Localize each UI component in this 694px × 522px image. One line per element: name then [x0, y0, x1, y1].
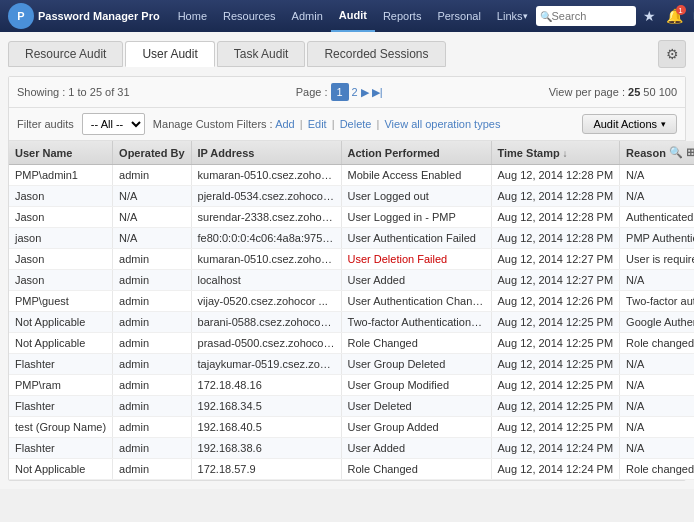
- table-cell: Role Changed: [341, 459, 491, 480]
- table-cell: admin: [113, 249, 191, 270]
- nav-reports[interactable]: Reports: [375, 0, 430, 32]
- top-navigation: P Password Manager Pro Home Resources Ad…: [0, 0, 694, 32]
- page-2[interactable]: 2: [352, 86, 358, 98]
- table-cell: Not Applicable: [9, 333, 113, 354]
- table-cell: Role changed from Pas...: [620, 459, 694, 480]
- nav-links[interactable]: Links: [489, 0, 536, 32]
- filter-select[interactable]: -- All --: [82, 113, 145, 135]
- table-cell: Aug 12, 2014 12:24 PM: [491, 459, 620, 480]
- table-cell: N/A: [113, 207, 191, 228]
- table-header: User Name Operated By IP Address Action …: [9, 141, 694, 165]
- table-cell: Authenticated by PMP ...: [620, 207, 694, 228]
- table-row: JasonN/Apjerald-0534.csez.zohocor ...Use…: [9, 186, 694, 207]
- search-box[interactable]: 🔍: [536, 6, 636, 26]
- table-cell: User Deletion Failed: [341, 249, 491, 270]
- table-cell: admin: [113, 396, 191, 417]
- table-cell: N/A: [620, 354, 694, 375]
- table-cell: prasad-0500.csez.zohocor ...: [191, 333, 341, 354]
- table-cell: admin: [113, 438, 191, 459]
- table-row: PMP\guestadminvijay-0520.csez.zohocor ..…: [9, 291, 694, 312]
- main-content: Resource Audit User Audit Task Audit Rec…: [0, 32, 694, 489]
- notifications-icon[interactable]: 🔔 1: [663, 8, 686, 24]
- page-1[interactable]: 1: [331, 83, 349, 101]
- table-cell: 172.18.57.9: [191, 459, 341, 480]
- logo-icon: P: [8, 3, 34, 29]
- table-cell: PMP\admin1: [9, 165, 113, 186]
- table-cell: barani-0588.csez.zohocor ...: [191, 312, 341, 333]
- table-cell: Aug 12, 2014 12:24 PM: [491, 438, 620, 459]
- favorites-icon[interactable]: ★: [640, 8, 659, 24]
- table-row: Not Applicableadminprasad-0500.csez.zoho…: [9, 333, 694, 354]
- manage-label: Manage Custom Filters :: [153, 118, 273, 130]
- table-cell: N/A: [620, 165, 694, 186]
- export-col-icon[interactable]: ⊞: [686, 146, 694, 159]
- table-cell: User is required to a...: [620, 249, 694, 270]
- table-cell: surendar-2338.csez.zohoco ...: [191, 207, 341, 228]
- filter-add-link[interactable]: Add: [275, 118, 295, 130]
- tab-task-audit[interactable]: Task Audit: [217, 41, 306, 67]
- table-cell: N/A: [113, 228, 191, 249]
- nav-admin[interactable]: Admin: [284, 0, 331, 32]
- table-cell: Aug 12, 2014 12:25 PM: [491, 354, 620, 375]
- per-page-25[interactable]: 25: [628, 86, 640, 98]
- table-cell: Aug 12, 2014 12:25 PM: [491, 396, 620, 417]
- tab-user-audit[interactable]: User Audit: [125, 41, 214, 67]
- table-cell: N/A: [620, 438, 694, 459]
- settings-gear-button[interactable]: ⚙: [658, 40, 686, 68]
- nav-right: 🔍 ★ 🔔 1 ✉ 👤: [536, 6, 694, 26]
- page-next-icon[interactable]: ▶: [361, 86, 369, 99]
- view-per-page: View per page : 25 50 100: [549, 86, 677, 98]
- table-cell: Aug 12, 2014 12:28 PM: [491, 207, 620, 228]
- table-cell: PMP\guest: [9, 291, 113, 312]
- col-action: Action Performed: [341, 141, 491, 165]
- page-last-icon[interactable]: ▶|: [372, 86, 383, 99]
- table-cell: User Authentication Changed: [341, 291, 491, 312]
- nav-audit[interactable]: Audit: [331, 0, 375, 32]
- table-cell: kumaran-0510.csez.zohocor ...: [191, 249, 341, 270]
- tab-recorded-sessions[interactable]: Recorded Sessions: [307, 41, 445, 67]
- showing-text: Showing : 1 to 25 of 31: [17, 86, 130, 98]
- table-cell: kumaran-0510.csez.zohocor ...: [191, 165, 341, 186]
- table-cell: N/A: [620, 375, 694, 396]
- search-col-icon[interactable]: 🔍: [669, 146, 683, 159]
- table-cell: User Added: [341, 438, 491, 459]
- table-cell: test (Group Name): [9, 417, 113, 438]
- table-row: Flashteradmin192.168.38.6User AddedAug 1…: [9, 438, 694, 459]
- col-username: User Name: [9, 141, 113, 165]
- messages-icon[interactable]: ✉: [690, 8, 694, 24]
- table-cell: admin: [113, 291, 191, 312]
- table-cell: Aug 12, 2014 12:25 PM: [491, 375, 620, 396]
- table-cell: Aug 12, 2014 12:25 PM: [491, 312, 620, 333]
- per-page-100[interactable]: 100: [659, 86, 677, 98]
- nav-resources[interactable]: Resources: [215, 0, 284, 32]
- view-all-operations-link[interactable]: View all operation types: [384, 118, 500, 130]
- table-cell: admin: [113, 354, 191, 375]
- table-cell: Aug 12, 2014 12:28 PM: [491, 228, 620, 249]
- table-cell: Not Applicable: [9, 459, 113, 480]
- col-ip-address: IP Address: [191, 141, 341, 165]
- notification-badge: 1: [676, 5, 686, 15]
- table-cell: Aug 12, 2014 12:27 PM: [491, 249, 620, 270]
- col-timestamp[interactable]: Time Stamp: [491, 141, 620, 165]
- table-cell: User Logged out: [341, 186, 491, 207]
- table-cell: Flashter: [9, 438, 113, 459]
- nav-home[interactable]: Home: [170, 0, 215, 32]
- per-page-50[interactable]: 50: [643, 86, 655, 98]
- nav-personal[interactable]: Personal: [429, 0, 488, 32]
- table-row: PMP\admin1adminkumaran-0510.csez.zohocor…: [9, 165, 694, 186]
- table-cell: User Logged in - PMP: [341, 207, 491, 228]
- table-cell: User Group Added: [341, 417, 491, 438]
- table-row: PMP\ramadmin172.18.48.16User Group Modif…: [9, 375, 694, 396]
- table-cell: N/A: [620, 396, 694, 417]
- manage-filters: Manage Custom Filters : Add | Edit | Del…: [153, 118, 501, 130]
- table-cell: PMP\ram: [9, 375, 113, 396]
- table-cell: 192.168.40.5: [191, 417, 341, 438]
- filter-edit-link[interactable]: Edit: [308, 118, 327, 130]
- audit-actions-button[interactable]: Audit Actions: [582, 114, 677, 134]
- filter-label: Filter audits: [17, 118, 74, 130]
- filter-delete-link[interactable]: Delete: [340, 118, 372, 130]
- col-reason: Reason 🔍 ⊞: [620, 141, 694, 165]
- view-per-page-label: View per page :: [549, 86, 625, 98]
- search-input[interactable]: [552, 10, 632, 22]
- tab-resource-audit[interactable]: Resource Audit: [8, 41, 123, 67]
